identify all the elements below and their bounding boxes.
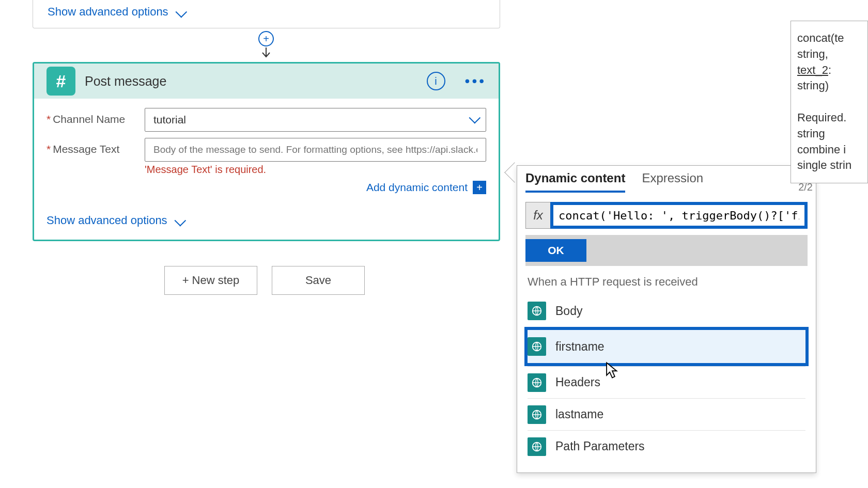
slack-icon: # xyxy=(47,67,75,96)
param-item-headers[interactable]: Headers xyxy=(528,366,805,398)
card-title: Post message xyxy=(85,74,417,89)
add-dynamic-label: Add dynamic content xyxy=(366,181,468,194)
card-header: # Post message i ••• xyxy=(34,64,499,99)
param-item-body[interactable]: Body xyxy=(528,295,805,327)
channel-name-row: *Channel Name tutorial xyxy=(47,108,486,132)
post-message-card: # Post message i ••• *Channel Name tutor… xyxy=(33,62,500,241)
http-icon xyxy=(528,302,546,320)
step-connector: + xyxy=(258,31,274,65)
http-icon xyxy=(528,337,546,356)
message-text-label: *Message Text xyxy=(47,138,145,155)
help-body: Required. xyxy=(797,110,861,126)
param-label: lastname xyxy=(555,407,603,421)
channel-name-value: tutorial xyxy=(153,114,186,126)
help-body: combine i xyxy=(797,142,861,158)
function-signature-tooltip: concat(te string, text_2: string) Requir… xyxy=(791,21,868,183)
param-label: firstname xyxy=(555,340,605,354)
expression-input[interactable] xyxy=(550,202,808,229)
info-icon[interactable]: i xyxy=(427,72,445,90)
chevron-down-icon xyxy=(175,216,184,225)
help-line: string, xyxy=(797,46,861,62)
tab-expression[interactable]: Expression xyxy=(642,171,703,193)
dynamic-content-panel: Dynamic content Expression 2/2 fx OK Whe… xyxy=(517,165,816,473)
show-advanced-options-link-prev[interactable]: Show advanced options xyxy=(48,5,185,19)
http-icon xyxy=(528,437,546,456)
designer-action-buttons: + New step Save xyxy=(164,266,365,295)
message-text-row: *Message Text 'Message Text' is required… xyxy=(47,138,486,194)
help-body: single strin xyxy=(797,158,861,174)
param-label: Body xyxy=(555,304,582,318)
message-text-input[interactable] xyxy=(145,138,486,162)
param-item-lastname[interactable]: lastname xyxy=(528,398,805,430)
add-icon: + xyxy=(473,181,486,194)
message-text-error: 'Message Text' is required. xyxy=(145,164,486,176)
param-label: Path Parameters xyxy=(555,439,645,453)
save-button[interactable]: Save xyxy=(272,266,365,295)
arrow-down-icon xyxy=(260,46,272,59)
previous-step-card-bottom: Show advanced options xyxy=(33,0,500,28)
http-icon xyxy=(528,405,546,424)
param-label: Headers xyxy=(555,375,600,389)
show-advanced-label: Show advanced options xyxy=(48,5,168,19)
ok-button[interactable]: OK xyxy=(525,239,586,262)
help-line: text_2: xyxy=(797,62,861,78)
help-line: concat(te xyxy=(797,30,861,46)
chevron-down-icon xyxy=(469,114,477,126)
param-item-path-parameters[interactable]: Path Parameters xyxy=(528,430,805,462)
more-icon[interactable]: ••• xyxy=(465,73,486,89)
channel-name-label: *Channel Name xyxy=(47,108,145,125)
mouse-cursor-icon xyxy=(605,361,620,381)
show-advanced-options-link[interactable]: Show advanced options xyxy=(47,214,184,227)
new-step-button[interactable]: + New step xyxy=(164,266,257,295)
chevron-down-icon xyxy=(176,7,185,17)
fx-icon: fx xyxy=(525,202,550,229)
add-step-between-button[interactable]: + xyxy=(258,31,274,46)
expression-row: fx xyxy=(525,202,808,229)
tab-dynamic-content[interactable]: Dynamic content xyxy=(525,171,625,193)
param-item-firstname[interactable]: firstname xyxy=(524,327,809,366)
show-advanced-label: Show advanced options xyxy=(47,214,167,227)
channel-name-select[interactable]: tutorial xyxy=(145,108,486,132)
dynamic-param-list: Body firstname Headers lastname Path Par… xyxy=(517,295,816,473)
http-icon xyxy=(528,373,546,392)
dynamic-source-header: When a HTTP request is received xyxy=(517,266,816,295)
help-body: string xyxy=(797,126,861,142)
help-line: string) xyxy=(797,78,861,94)
add-dynamic-content-link[interactable]: Add dynamic content + xyxy=(366,181,486,194)
